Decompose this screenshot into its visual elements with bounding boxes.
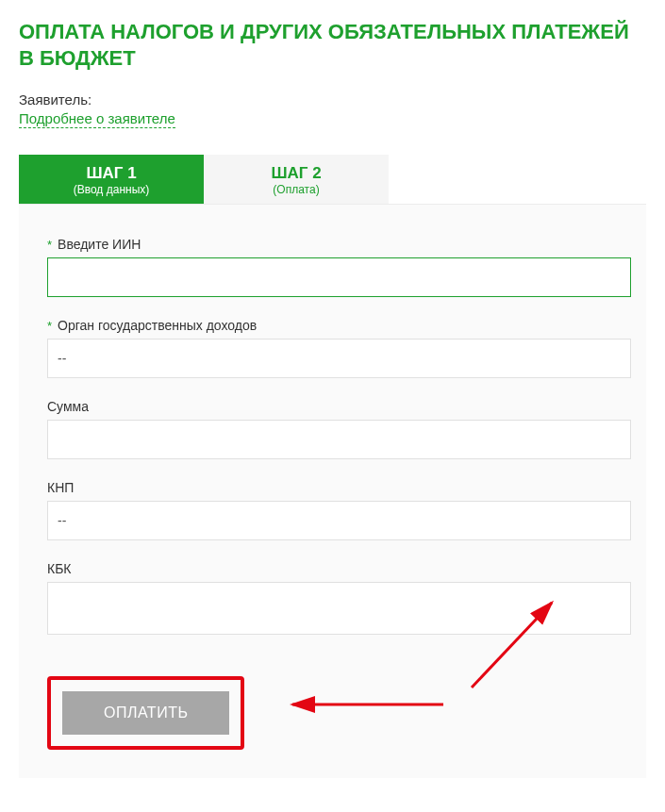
applicant-block: Заявитель: Подробнее о заявителе xyxy=(19,91,646,128)
kbk-label: КБК xyxy=(47,561,631,576)
sum-input[interactable] xyxy=(47,420,631,459)
pay-button-highlight: ОПЛАТИТЬ xyxy=(47,676,244,750)
knp-input[interactable] xyxy=(47,501,631,540)
tab-step1[interactable]: ШАГ 1 (Ввод данных) xyxy=(19,155,204,204)
sum-label: Сумма xyxy=(47,399,631,414)
field-iin: Введите ИИН xyxy=(47,237,631,297)
field-kbk: КБК xyxy=(47,561,631,638)
iin-label: Введите ИИН xyxy=(47,237,631,252)
applicant-more-link[interactable]: Подробнее о заявителе xyxy=(19,110,175,128)
agency-label: Орган государственных доходов xyxy=(47,318,631,333)
agency-input[interactable] xyxy=(47,339,631,378)
tab-step2-sub: (Оплата) xyxy=(204,183,389,196)
tab-step2-title: ШАГ 2 xyxy=(204,164,389,183)
pay-button[interactable]: ОПЛАТИТЬ xyxy=(62,691,229,735)
field-agency: Орган государственных доходов xyxy=(47,318,631,378)
tabs: ШАГ 1 (Ввод данных) ШАГ 2 (Оплата) xyxy=(19,155,646,204)
iin-input[interactable] xyxy=(47,257,631,297)
field-sum: Сумма xyxy=(47,399,631,459)
field-knp: КНП xyxy=(47,480,631,540)
applicant-label: Заявитель: xyxy=(19,91,646,108)
tab-step1-sub: (Ввод данных) xyxy=(19,183,204,196)
tab-step1-title: ШАГ 1 xyxy=(19,164,204,183)
page-title: ОПЛАТА НАЛОГОВ И ДРУГИХ ОБЯЗАТЕЛЬНЫХ ПЛА… xyxy=(19,19,646,71)
form-area: Введите ИИН Орган государственных доходо… xyxy=(19,204,646,778)
tab-step2[interactable]: ШАГ 2 (Оплата) xyxy=(204,155,389,204)
knp-label: КНП xyxy=(47,480,631,495)
kbk-input[interactable] xyxy=(47,582,631,635)
annotation-arrow-horizontal xyxy=(283,686,453,723)
